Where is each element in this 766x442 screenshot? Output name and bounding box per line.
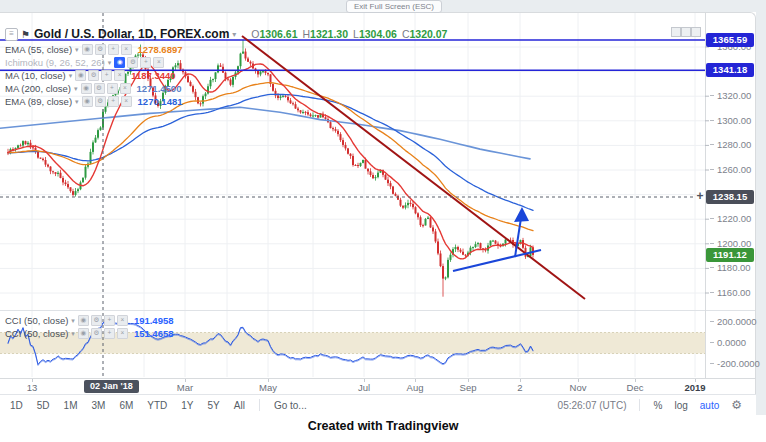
range-button-1m[interactable]: 1M	[64, 400, 78, 411]
indicator-label[interactable]: MA (10, close)	[5, 70, 66, 81]
close-icon[interactable]: ×	[117, 328, 128, 339]
time-axis-tick	[415, 379, 416, 382]
price-line-control-button[interactable]	[681, 27, 691, 37]
gear-icon[interactable]: ⚙	[731, 399, 742, 411]
plus-icon[interactable]: +	[108, 96, 119, 107]
close-icon[interactable]: ×	[117, 315, 128, 326]
close-icon[interactable]: ×	[121, 44, 132, 55]
flag-icon[interactable]: ⚑	[21, 29, 30, 40]
indicator-label[interactable]: MA (200, close)	[5, 83, 71, 94]
plus-icon[interactable]: +	[140, 57, 151, 68]
eye-icon[interactable]: ◉	[75, 70, 86, 81]
time-axis-label: Dec	[613, 382, 657, 393]
cci-axis-label: -200.0000	[717, 358, 760, 369]
indicator-value: 151.4658	[134, 328, 174, 339]
chevron-down-icon[interactable]: ▾	[74, 85, 78, 93]
indicator-row: MA (10, close)▾◉⚙+×1187.3440	[5, 69, 183, 82]
range-button-ytd[interactable]: YTD	[147, 400, 167, 411]
log-scale-button[interactable]: log	[674, 400, 687, 411]
indicator-label[interactable]: CCI (50, close)	[5, 328, 68, 339]
plus-icon[interactable]: +	[108, 44, 119, 55]
price-line-control-button[interactable]	[691, 27, 701, 37]
toolbar-right-group: 05:26:07 (UTC) % log auto ⚙	[558, 399, 742, 411]
eye-icon[interactable]: ◉	[82, 96, 93, 107]
price-line-control-button[interactable]	[671, 27, 681, 37]
indicator-value: 1271.4500	[137, 83, 182, 94]
indicator-row: MA (200, close)▾◉⚙+×1271.4500	[5, 82, 183, 95]
percent-scale-button[interactable]: %	[654, 400, 663, 411]
exit-fullscreen-button[interactable]: Exit Full Screen (ESC)	[346, 0, 442, 13]
price-axis-label: 1280.00	[717, 139, 751, 150]
range-button-5d[interactable]: 5D	[37, 400, 50, 411]
price-axis-label: 1260.00	[717, 164, 751, 175]
goto-button[interactable]: Go to...	[274, 400, 307, 411]
plus-icon[interactable]: +	[101, 70, 112, 81]
time-axis-label: Aug	[393, 382, 437, 393]
indicator-label[interactable]: EMA (89, close)	[5, 96, 72, 107]
ohlc-value: 1304.06	[359, 28, 397, 40]
chevron-down-icon[interactable]: ▾	[75, 46, 79, 54]
range-button-all[interactable]: All	[234, 400, 245, 411]
collapse-pane-icon[interactable]: ≡	[5, 28, 18, 41]
chevron-down-icon[interactable]: ▾	[71, 317, 75, 325]
range-button-6m[interactable]: 6M	[119, 400, 133, 411]
footer-strip: Created with Tradingview	[0, 415, 766, 442]
toolbar-divider	[259, 399, 260, 411]
indicator-label[interactable]: Ichimoku (9, 26, 52, 26)	[5, 57, 105, 68]
chevron-down-icon[interactable]: ▾	[69, 72, 73, 80]
eye-icon[interactable]: ◉	[78, 328, 89, 339]
close-icon[interactable]: ×	[114, 70, 125, 81]
close-icon[interactable]: ×	[121, 96, 132, 107]
indicator-value: 191.4958	[134, 315, 174, 326]
cci-axis-label: 0.0000	[717, 337, 746, 348]
gear-icon[interactable]: ⚙	[91, 315, 102, 326]
add-alert-plus-icon[interactable]: +	[694, 190, 706, 203]
range-button-5y[interactable]: 5Y	[208, 400, 220, 411]
gear-icon[interactable]: ⚙	[94, 83, 105, 94]
indicator-value: 1278.6897	[138, 44, 183, 55]
eye-icon[interactable]: ◉	[114, 57, 125, 68]
symbol-title[interactable]: Gold / U.S. Dollar, 1D, FOREX.com	[34, 27, 229, 41]
eye-icon[interactable]: ◉	[82, 44, 93, 55]
gear-icon[interactable]: ⚙	[91, 328, 102, 339]
range-button-3m[interactable]: 3M	[92, 400, 106, 411]
close-icon[interactable]: ×	[120, 83, 131, 94]
plus-icon[interactable]: +	[104, 315, 115, 326]
eye-icon[interactable]: ◉	[78, 315, 89, 326]
gear-icon[interactable]: ⚙	[95, 44, 106, 55]
gear-icon[interactable]: ⚙	[127, 57, 138, 68]
chevron-down-icon[interactable]: ▾	[232, 30, 236, 39]
symbol-header: ≡ ⚑ Gold / U.S. Dollar, 1D, FOREX.com ▾ …	[5, 26, 447, 42]
chevron-down-icon[interactable]: ▾	[75, 98, 79, 106]
clock-label[interactable]: 05:26:07 (UTC)	[558, 400, 627, 411]
indicator-value: 1187.3440	[131, 70, 175, 81]
time-axis-tick	[520, 379, 521, 382]
time-axis-label: May	[246, 382, 290, 393]
range-button-1d[interactable]: 1D	[10, 400, 23, 411]
tradingview-fullscreen-chart: Exit Full Screen (ESC) ≡ ⚑ Gold / U.S. D…	[0, 0, 766, 442]
chevron-down-icon[interactable]: ▾	[108, 59, 112, 67]
credit-text: Created with Tradingview	[308, 419, 459, 433]
indicator-label[interactable]: CCI (50, close)	[5, 315, 68, 326]
chevron-down-icon[interactable]: ▾	[71, 330, 75, 338]
indicator-row: CCI (50, close)▾◉⚙+×191.4958	[5, 314, 174, 327]
range-button-1y[interactable]: 1Y	[181, 400, 193, 411]
plus-icon[interactable]: +	[107, 83, 118, 94]
time-axis[interactable]: 02 Jan '18 13MarMayJulAugSep2NovDec2019	[0, 378, 755, 395]
price-axis-label: 1320.00	[717, 90, 751, 101]
close-icon[interactable]: ×	[153, 57, 164, 68]
gear-icon[interactable]: ⚙	[95, 96, 106, 107]
ohlc-values: O1306.61H1321.30L1304.06C1320.07	[246, 28, 447, 40]
eye-icon[interactable]: ◉	[81, 83, 92, 94]
time-axis-tick	[268, 379, 269, 382]
ohlc-key: H	[303, 28, 311, 40]
ohlc-key: O	[251, 28, 259, 40]
indicator-label[interactable]: EMA (55, close)	[5, 44, 72, 55]
gear-icon[interactable]: ⚙	[88, 70, 99, 81]
plus-icon[interactable]: +	[104, 328, 115, 339]
auto-scale-button[interactable]: auto	[700, 400, 719, 411]
time-axis-tick	[185, 379, 186, 382]
indicator-row: Ichimoku (9, 26, 52, 26)▾◉⚙+×	[5, 56, 183, 69]
time-axis-label: 13	[10, 382, 54, 393]
alert-price-label: 1341.18	[706, 63, 754, 77]
